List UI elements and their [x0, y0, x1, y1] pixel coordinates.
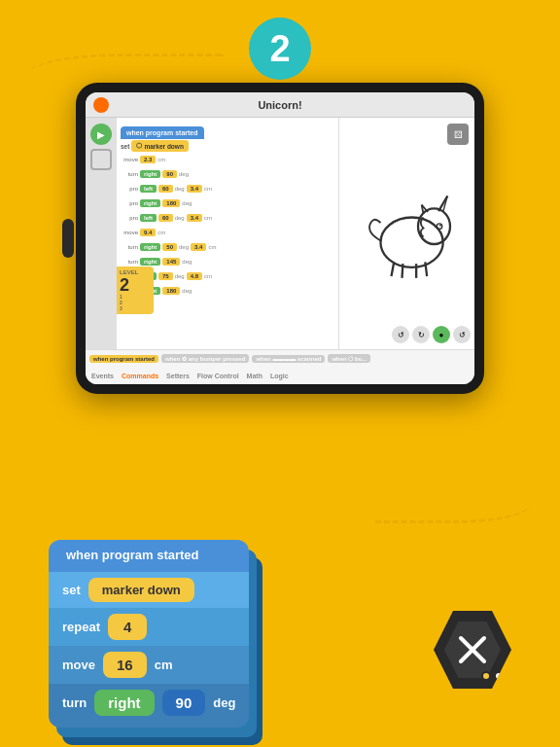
row7-dir: right: [140, 243, 160, 251]
row7-val1: 50: [162, 243, 177, 251]
big-turn-unit: deg: [213, 695, 235, 710]
code-row-2: turn right 90 deg: [121, 167, 334, 181]
row5-val2: 3.4: [187, 214, 202, 222]
tablet-side-button: [62, 219, 74, 258]
run-button[interactable]: ▶: [90, 124, 112, 145]
big-block-container: when program started set marker down rep…: [49, 540, 249, 728]
row1-val: 2.3: [140, 156, 156, 163]
svg-point-6: [437, 224, 442, 230]
row8-dir: right: [140, 258, 160, 266]
big-move-unit: cm: [155, 658, 173, 672]
unicorn-drawing: [354, 180, 461, 287]
row9-val2: 4.8: [187, 272, 202, 280]
hex-dots: [481, 671, 504, 681]
event-tag-scanned[interactable]: when ▬▬▬▬ scanned: [252, 355, 325, 363]
event-tag-bumper[interactable]: when ✿ any bumper pressed: [161, 354, 249, 363]
row3-val2: 3.4: [187, 185, 202, 193]
svg-line-9: [402, 264, 402, 278]
step-number: 2: [249, 18, 311, 80]
row4-dir: right: [140, 199, 160, 207]
nav-logic[interactable]: Logic: [270, 373, 289, 379]
big-turn-label: turn: [62, 695, 87, 710]
row5-prefix: pro: [121, 215, 138, 221]
right-panel: ⚄: [338, 118, 474, 349]
rewind-icon[interactable]: ↺: [392, 326, 409, 343]
svg-point-7: [439, 225, 441, 227]
big-marker-down: marker down: [88, 578, 194, 602]
marker-down-label: marker down: [144, 143, 183, 150]
marker-icon: ⬡: [136, 142, 142, 150]
event-tag-btn[interactable]: when ⬡ bu...: [328, 354, 370, 363]
big-repeat-label: repeat: [62, 620, 100, 634]
when-program-block: when program started: [121, 126, 204, 139]
tablet-header: Unicorn!: [86, 92, 474, 118]
control-icons: ↺ ↻ ● ↺: [392, 326, 471, 343]
nav-row: Events Commands Setters Flow Control Mat…: [86, 368, 474, 384]
row9-val1: 75: [158, 272, 173, 280]
code-row-4: pro right 180 deg: [121, 196, 334, 210]
row3-val1: 60: [158, 185, 173, 193]
set-label: set: [121, 143, 129, 150]
row2-prefix: turn: [121, 171, 138, 177]
row3-dir: left: [140, 185, 157, 193]
nav-commands[interactable]: Commands: [122, 373, 158, 379]
code-row-6: move 9.4 cm: [121, 226, 334, 239]
code-row-8: turn right 145 deg: [121, 255, 334, 268]
row10-val: 180: [162, 287, 180, 295]
big-move-block: move 16 cm: [49, 646, 249, 684]
event-tag-program[interactable]: when program started: [89, 355, 158, 363]
step-number-label: 2: [269, 28, 290, 70]
nav-setters[interactable]: Setters: [166, 373, 190, 379]
row2-dir: right: [140, 170, 160, 178]
big-code-blocks-section: when program started set marker down rep…: [49, 540, 249, 728]
tablet-content: ▶ when program started set ⬡ marker down: [86, 118, 474, 349]
stop-button[interactable]: [90, 149, 112, 170]
big-repeat-val: 4: [108, 614, 147, 640]
play-icon[interactable]: ●: [433, 326, 450, 343]
nav-flowcontrol[interactable]: Flow Control: [197, 373, 239, 379]
step-icon[interactable]: ↻: [412, 326, 430, 343]
big-set-block: set marker down: [49, 572, 249, 608]
row4-val: 180: [162, 199, 180, 207]
tablet-home-button[interactable]: [93, 97, 109, 113]
row8-prefix: turn: [121, 259, 138, 265]
level-number: 2: [120, 276, 151, 294]
dashed-line-bottom: [375, 484, 531, 523]
nav-events[interactable]: Events: [91, 373, 114, 379]
row5-val1: 60: [158, 214, 173, 222]
row6-prefix: move: [121, 230, 138, 235]
big-move-val: 16: [103, 652, 147, 678]
dice-icon[interactable]: ⚄: [447, 124, 469, 145]
hex-dot-2: [494, 671, 504, 681]
big-repeat-block: repeat 4: [49, 608, 249, 646]
tablet-bottom-toolbar: when program started when ✿ any bumper p…: [86, 349, 474, 384]
hex-icon-container: [434, 611, 511, 689]
refresh-icon[interactable]: ↺: [453, 326, 471, 343]
set-marker-block: set ⬡ marker down: [121, 140, 334, 152]
big-when-block: when program started: [49, 540, 249, 572]
big-when-label: when program started: [66, 548, 199, 562]
level-indicator: LEVEL 2 123: [117, 267, 154, 314]
tablet-title: Unicorn!: [258, 99, 301, 111]
level-steps: 123: [120, 294, 151, 311]
tablet-sidebar: ▶: [86, 118, 117, 349]
row6-val: 9.4: [140, 229, 156, 236]
nav-math[interactable]: Math: [247, 373, 262, 379]
row2-val: 90: [162, 170, 177, 178]
big-turn-deg: 90: [162, 690, 206, 716]
row3-prefix: pro: [121, 186, 138, 192]
hex-body: [434, 611, 511, 689]
big-set-label: set: [62, 583, 81, 597]
svg-line-8: [391, 262, 394, 276]
code-row-1: move 2.3 cm: [121, 153, 334, 166]
row8-val: 145: [162, 258, 180, 266]
marker-down-block: ⬡ marker down: [131, 140, 188, 152]
row4-prefix: pro: [121, 200, 138, 206]
big-turn-block: turn right 90 deg: [49, 684, 249, 728]
code-row-7: turn right 50 deg 3.4 cm: [121, 240, 334, 254]
big-turn-val: right: [94, 690, 154, 716]
big-move-label: move: [62, 658, 95, 672]
row7-val2: 3.4: [191, 243, 206, 251]
code-row-3: pro left 60 deg 3.4 cm: [121, 182, 334, 196]
svg-point-0: [380, 218, 442, 267]
